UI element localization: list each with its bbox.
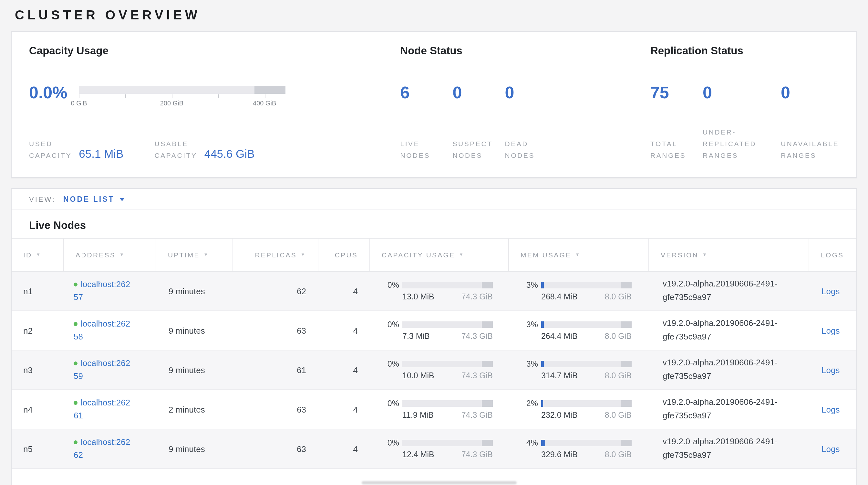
node-memory-cell: 3% 268.4 MiB 8.0 GiB xyxy=(508,272,648,310)
axis-label: 400 GiB xyxy=(253,99,276,107)
sort-desc-icon: ▼ xyxy=(204,252,209,256)
unavailable-count: 0 xyxy=(781,84,839,101)
node-version: v19.2.0-alpha.20190606-2491-gfe735c9a97 xyxy=(662,278,792,304)
dead-nodes-count: 0 xyxy=(505,84,535,101)
mem-total-value: 8.0 GiB xyxy=(605,371,631,380)
node-cpus: 4 xyxy=(353,286,358,296)
node-list-dropdown[interactable]: NODE LIST xyxy=(63,195,125,203)
column-header-version[interactable]: VERSION ▼ xyxy=(648,238,809,271)
node-capacity-cell: 0% 10.0 MiB 74.3 GiB xyxy=(369,350,508,389)
horizontal-scrollbar-thumb[interactable] xyxy=(362,481,517,484)
node-address-link[interactable]: localhost:26261 xyxy=(73,398,130,420)
logs-link[interactable]: Logs xyxy=(822,444,840,454)
capacity-percent-value: 0.0% xyxy=(29,84,67,101)
node-address-link[interactable]: localhost:26262 xyxy=(73,437,130,460)
usable-capacity-label: USABLE CAPACITY xyxy=(154,139,197,162)
node-row: n3 localhost:26259 9 minutes 61 xyxy=(11,350,857,390)
axis-label: 0 GiB xyxy=(71,99,87,107)
node-id-cell: n1 xyxy=(11,272,63,310)
mem-bar xyxy=(541,400,631,407)
page-title: CLUSTER OVERVIEW xyxy=(15,8,857,23)
node-cpus: 4 xyxy=(353,444,358,454)
used-capacity-value: 65.1 MiB xyxy=(79,148,123,160)
capacity-percent: 0% xyxy=(382,320,399,329)
logs-link[interactable]: Logs xyxy=(822,365,840,375)
node-logs-cell: Logs xyxy=(809,429,857,468)
node-address-cell: localhost:26257 xyxy=(63,272,156,310)
dropdown-selected-value: NODE LIST xyxy=(63,195,115,203)
capacity-total-value: 74.3 GiB xyxy=(461,411,493,420)
node-id: n1 xyxy=(23,286,33,296)
column-header-replicas[interactable]: REPLICAS ▼ xyxy=(232,238,318,271)
node-address-link[interactable]: localhost:26258 xyxy=(73,319,130,341)
node-status-section: Node Status 6 LIVE NODES 0 SUSPECT NODES… xyxy=(400,45,650,162)
gauge-track xyxy=(79,86,286,94)
node-address-link[interactable]: localhost:26257 xyxy=(73,279,130,302)
mem-total-value: 8.0 GiB xyxy=(605,292,631,301)
capacity-total-value: 74.3 GiB xyxy=(461,292,493,301)
dead-nodes-label: DEAD NODES xyxy=(505,139,535,162)
node-version: v19.2.0-alpha.20190606-2491-gfe735c9a97 xyxy=(662,396,792,423)
capacity-total-value: 74.3 GiB xyxy=(461,450,493,459)
node-replicas: 63 xyxy=(297,444,306,454)
node-id: n5 xyxy=(23,444,33,454)
node-id: n2 xyxy=(23,325,33,335)
logs-link[interactable]: Logs xyxy=(822,286,840,296)
node-capacity-cell: 0% 12.4 MiB 74.3 GiB xyxy=(369,429,508,468)
node-uptime: 2 minutes xyxy=(168,404,205,414)
mem-percent: 2% xyxy=(521,399,538,408)
column-header-cpus: CPUS xyxy=(318,238,369,271)
node-version-cell: v19.2.0-alpha.20190606-2491-gfe735c9a97 xyxy=(648,390,809,429)
node-row: n2 localhost:26258 9 minutes 63 xyxy=(11,311,857,350)
mem-total-value: 8.0 GiB xyxy=(605,450,631,459)
column-header-uptime[interactable]: UPTIME ▼ xyxy=(156,238,232,271)
logs-link[interactable]: Logs xyxy=(822,325,840,335)
capacity-used-value: 13.0 MiB xyxy=(402,292,434,301)
mem-usage-meter: 3% 264.4 MiB 8.0 GiB xyxy=(521,320,631,341)
mem-total-value: 8.0 GiB xyxy=(605,332,631,341)
live-nodes-count: 6 xyxy=(400,84,453,101)
capacity-bar xyxy=(402,440,493,446)
logs-link[interactable]: Logs xyxy=(822,404,840,414)
nodes-panel: VIEW: NODE LIST Live Nodes ID ▼ ADDRESS … xyxy=(11,188,857,485)
replication-status-section: Replication Status 75 TOTAL RANGES 0 UND… xyxy=(650,45,839,162)
view-label: VIEW: xyxy=(29,195,56,203)
column-label: REPLICAS xyxy=(255,251,297,259)
node-version-cell: v19.2.0-alpha.20190606-2491-gfe735c9a97 xyxy=(648,429,809,468)
column-header-capacity-usage[interactable]: CAPACITY USAGE ▼ xyxy=(369,238,508,271)
gauge-axis-labels: 0 GiB 200 GiB 400 GiB xyxy=(79,98,286,107)
node-memory-cell: 2% 232.0 MiB 8.0 GiB xyxy=(508,390,648,429)
mem-percent: 3% xyxy=(521,360,538,369)
live-nodes-section: Live Nodes ID ▼ ADDRESS ▼ UPTIME ▼ xyxy=(11,219,857,485)
view-bar: VIEW: NODE LIST xyxy=(11,189,857,210)
node-replicas-cell: 62 xyxy=(232,272,318,310)
mem-percent: 3% xyxy=(521,320,538,329)
node-address-link[interactable]: localhost:26259 xyxy=(73,358,130,381)
mem-usage-meter: 2% 232.0 MiB 8.0 GiB xyxy=(521,399,631,420)
capacity-gauge: 0 GiB 200 GiB 400 GiB xyxy=(79,86,286,107)
mem-used-value: 314.7 MiB xyxy=(541,371,578,380)
capacity-total-value: 74.3 GiB xyxy=(461,371,493,380)
node-id-cell: n4 xyxy=(11,390,63,429)
stat-total-ranges: 75 TOTAL RANGES xyxy=(650,84,703,162)
column-header-address[interactable]: ADDRESS ▼ xyxy=(63,238,156,271)
node-capacity-cell: 0% 7.3 MiB 74.3 GiB xyxy=(369,311,508,350)
unavailable-label: UNAVAILABLE RANGES xyxy=(781,139,839,162)
mem-total-value: 8.0 GiB xyxy=(605,411,631,420)
node-id-cell: n3 xyxy=(11,350,63,389)
column-label: VERSION xyxy=(661,251,699,259)
column-label: LOGS xyxy=(821,251,844,259)
column-header-mem-usage[interactable]: MEM USAGE ▼ xyxy=(508,238,648,271)
capacity-usage-meter: 0% 10.0 MiB 74.3 GiB xyxy=(382,360,493,380)
used-capacity-stat: USED CAPACITY 65.1 MiB xyxy=(29,139,123,162)
live-nodes-label: LIVE NODES xyxy=(400,139,453,162)
node-version-cell: v19.2.0-alpha.20190606-2491-gfe735c9a97 xyxy=(648,311,809,350)
column-header-id[interactable]: ID ▼ xyxy=(11,238,63,271)
chevron-down-icon xyxy=(120,198,125,201)
node-version: v19.2.0-alpha.20190606-2491-gfe735c9a97 xyxy=(662,356,792,383)
node-logs-cell: Logs xyxy=(809,272,857,310)
sort-desc-icon: ▼ xyxy=(120,252,125,256)
capacity-used-value: 7.3 MiB xyxy=(402,332,430,341)
capacity-usage-meter: 0% 7.3 MiB 74.3 GiB xyxy=(382,320,493,341)
table-header-row: ID ▼ ADDRESS ▼ UPTIME ▼ REPLICAS ▼ xyxy=(11,238,857,272)
